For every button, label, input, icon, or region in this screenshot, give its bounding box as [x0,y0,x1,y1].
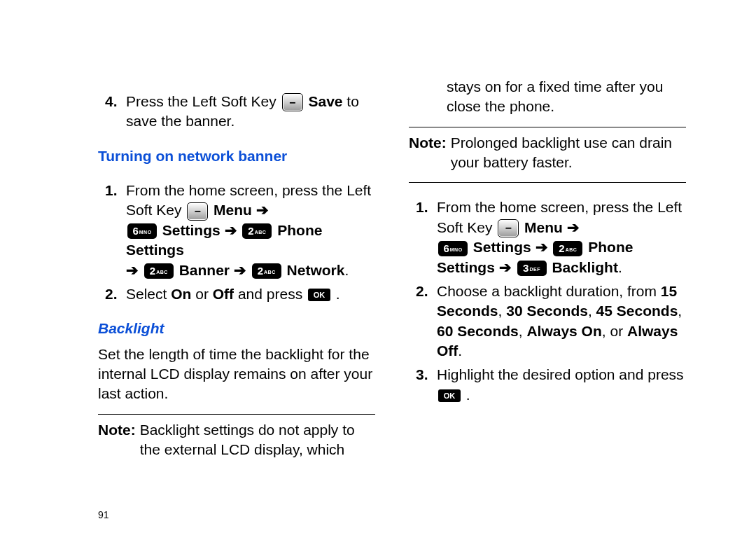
step-2: Choose a backlight duration, from 15 Sec… [409,282,686,361]
key-2-icon: 2ABC [553,241,582,256]
opt-45s: 45 Seconds [596,303,678,319]
settings-label: Settings [473,239,536,255]
period: . [344,262,349,278]
backlight-paragraph: Set the length of time the backlight for… [98,345,375,404]
text: or [195,286,213,302]
note-body: Prolonged backlight use can drain your b… [451,133,686,173]
comma-or: , or [602,323,627,339]
key-6-icon: 6MNO [438,241,468,256]
arrow-icon: ➔ [499,259,512,275]
step-4: Press the Left Soft Key Save to save the… [98,92,375,132]
period: . [336,286,340,302]
ok-key-icon: OK [438,389,461,402]
text: and press [238,286,307,302]
note-body: Backlight settings do not apply to the e… [140,420,375,460]
key-3-icon: 3DEF [517,261,547,276]
left-column: Press the Left Soft Key Save to save the… [98,77,375,522]
on-label: On [171,286,191,302]
page-number: 91 [98,508,375,522]
banner-label: Banner [179,262,234,278]
arrow-icon: ➔ [536,239,548,255]
arrow-icon: ➔ [234,262,246,278]
ok-key-icon: OK [308,289,330,301]
key-2-icon: 2ABC [242,223,272,239]
heading-backlight: Backlight [98,319,375,338]
step-1: From the home screen, press the Left Sof… [409,198,686,277]
step-2: Select On or Off and press OK . [98,284,375,304]
arrow-icon: ➔ [225,222,237,238]
text: Choose a backlight duration, from [437,283,661,299]
right-column: stays on for a fixed time after you clos… [409,77,686,522]
save-banner-steps: Press the Left Soft Key Save to save the… [98,92,375,132]
left-soft-key-icon [282,93,303,111]
arrow-icon: ➔ [567,219,580,235]
key-6-icon: 6MNO [127,223,157,239]
comma: , [678,303,682,319]
settings-label: Settings [162,222,225,238]
backlight-steps: From the home screen, press the Left Sof… [409,198,686,405]
note-label: Note: [409,133,451,173]
note-label: Note: [98,420,140,460]
heading-network-banner: Turning on network banner [98,146,375,166]
key-2-icon: 2ABC [144,263,174,279]
arrow-icon: ➔ [256,202,269,218]
comma: , [588,303,596,319]
arrow-icon: ➔ [126,262,139,278]
network-label: Network [287,262,345,278]
opt-60s: 60 Seconds [437,323,519,339]
manual-page: Press the Left Soft Key Save to save the… [0,0,756,540]
note-continuation: stays on for a fixed time after you clos… [409,77,686,117]
text: Select [126,286,171,302]
divider [409,127,686,127]
opt-30s: 30 Seconds [506,303,588,319]
text: Press the Left Soft Key [126,93,281,109]
menu-label: Menu [214,202,256,218]
period: . [466,387,470,403]
divider [98,414,375,415]
key-2-icon: 2ABC [252,263,281,279]
left-soft-key-icon [187,202,208,221]
menu-label: Menu [524,219,567,235]
save-label: Save [308,93,342,109]
comma: , [498,303,507,319]
off-label: Off [213,286,234,302]
step-3: Highlight the desired option and press O… [409,365,686,405]
text: Highlight the desired option and press [437,366,684,382]
comma: , [519,323,527,339]
note-backlight: Note: Backlight settings do not apply to… [98,420,375,460]
left-soft-key-icon [498,219,519,237]
step-1: From the home screen, press the Left Sof… [98,181,375,280]
opt-always-on: Always On [526,323,601,339]
period: . [618,259,622,275]
backlight-label: Backlight [552,259,618,275]
note-battery: Note: Prolonged backlight use can drain … [409,133,686,173]
period: . [458,342,462,359]
divider [409,182,686,183]
network-banner-steps: From the home screen, press the Left Sof… [98,181,375,304]
